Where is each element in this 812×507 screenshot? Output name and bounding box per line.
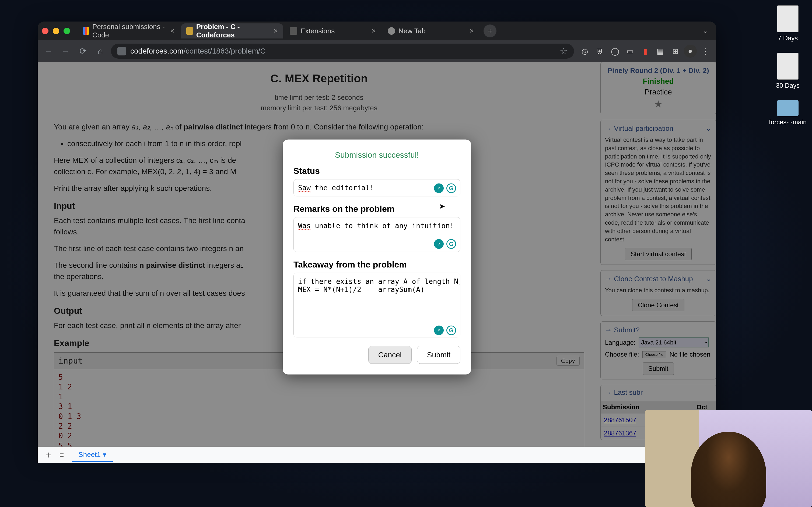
- back-button[interactable]: ←: [42, 45, 55, 58]
- close-tab-icon[interactable]: ×: [170, 26, 174, 35]
- minimize-window[interactable]: [53, 28, 59, 34]
- forward-button[interactable]: →: [59, 45, 72, 58]
- reader-icon[interactable]: ▤: [654, 45, 667, 58]
- profile-avatar[interactable]: ●: [684, 45, 697, 58]
- desktop-label-2: 30 Days: [776, 82, 800, 89]
- submit-button[interactable]: Submit: [417, 346, 461, 364]
- grammarly-icon[interactable]: G: [446, 239, 456, 249]
- circle-icon[interactable]: ◯: [608, 45, 621, 58]
- takeaway-label: Takeaway from the problem: [293, 260, 461, 270]
- window-controls: [42, 28, 70, 34]
- sheet-name: Sheet1: [78, 450, 100, 459]
- tab-label: Personal submissions - Code: [92, 22, 167, 39]
- tab-label: Problem - C - Codeforces: [196, 22, 270, 39]
- reload-button[interactable]: ⟳: [76, 45, 90, 58]
- grammarly-icon[interactable]: G: [446, 183, 456, 193]
- sheets-tab-bar: + ≡ Sheet1 ▾: [38, 447, 716, 463]
- close-tab-icon[interactable]: ×: [372, 26, 376, 35]
- shield-icon[interactable]: ⛨: [593, 45, 606, 58]
- close-tab-icon[interactable]: ×: [274, 26, 278, 35]
- browser-window: Personal submissions - Code × Problem - …: [38, 21, 716, 452]
- chevron-down-icon: ▾: [103, 450, 106, 459]
- cancel-button[interactable]: Cancel: [368, 346, 412, 364]
- bars-icon[interactable]: ▮: [639, 45, 652, 58]
- close-window[interactable]: [42, 28, 48, 34]
- grammarly-bulb-icon[interactable]: ♀: [434, 183, 444, 193]
- grammarly-bulb-icon[interactable]: ♀: [434, 239, 444, 249]
- url-path: /contest/1863/problem/C: [183, 47, 266, 55]
- tab-favicon: [388, 27, 395, 35]
- close-tab-icon[interactable]: ×: [470, 26, 474, 35]
- address-bar[interactable]: codeforces.com/contest/1863/problem/C ☆: [111, 44, 574, 59]
- url: codeforces.com/contest/1863/problem/C: [130, 47, 555, 55]
- add-sheet-button[interactable]: +: [46, 449, 51, 461]
- menu-icon[interactable]: ⋮: [699, 45, 712, 58]
- remarks-label: Remarks on the problem: [293, 204, 461, 214]
- tab-label: Extensions: [301, 27, 335, 35]
- tab-strip: Personal submissions - Code × Problem - …: [38, 21, 716, 40]
- video-icon[interactable]: ▭: [624, 45, 637, 58]
- desktop-label-3: forces- -main: [769, 118, 807, 126]
- toolbar: ← → ⟳ ⌂ codeforces.com/contest/1863/prob…: [38, 40, 716, 62]
- tab-list-dropdown[interactable]: ⌄: [699, 24, 712, 38]
- tab-favicon: [83, 27, 89, 35]
- page-content: C. MEX Repetition time limit per test: 2…: [38, 62, 716, 452]
- tab-new[interactable]: New Tab ×: [382, 23, 479, 39]
- extension-icons: ◎ ⛨ ◯ ▭ ▮ ▤ ⊞ ● ⋮: [578, 45, 712, 58]
- home-button[interactable]: ⌂: [94, 45, 107, 58]
- desktop-folder[interactable]: forces- -main: [769, 100, 807, 126]
- extensions-icon[interactable]: ⊞: [669, 45, 682, 58]
- tab-personal-submissions[interactable]: Personal submissions - Code ×: [77, 23, 180, 39]
- submission-modal: Submission successful! Status Saw the ed…: [283, 140, 471, 375]
- tab-label: New Tab: [398, 27, 426, 35]
- desktop-file-1[interactable]: 7 Days: [777, 5, 799, 42]
- tab-favicon: [186, 27, 193, 35]
- desktop-icons: 7 Days 30 Days forces- -main: [769, 5, 807, 126]
- grammarly-bulb-icon[interactable]: ♀: [434, 326, 444, 335]
- desktop-file-2[interactable]: 30 Days: [776, 53, 800, 89]
- webcam-overlay: [645, 410, 812, 507]
- status-label: Status: [293, 166, 461, 176]
- maximize-window[interactable]: [63, 28, 70, 34]
- bookmark-icon[interactable]: ☆: [560, 46, 567, 56]
- sheets-menu-button[interactable]: ≡: [59, 451, 64, 459]
- url-domain: codeforces.com: [130, 47, 183, 55]
- tab-codeforces-problem[interactable]: Problem - C - Codeforces ×: [181, 23, 283, 39]
- camera-icon[interactable]: ◎: [578, 45, 591, 58]
- grammarly-icon[interactable]: G: [446, 326, 456, 335]
- desktop-label-1: 7 Days: [778, 35, 798, 42]
- modal-success-message: Submission successful!: [293, 151, 461, 160]
- new-tab-button[interactable]: +: [484, 24, 496, 38]
- site-info-icon[interactable]: [117, 47, 126, 55]
- tab-extensions[interactable]: Extensions ×: [284, 23, 381, 39]
- sheet-tab[interactable]: Sheet1 ▾: [72, 448, 113, 462]
- tab-favicon: [290, 27, 297, 35]
